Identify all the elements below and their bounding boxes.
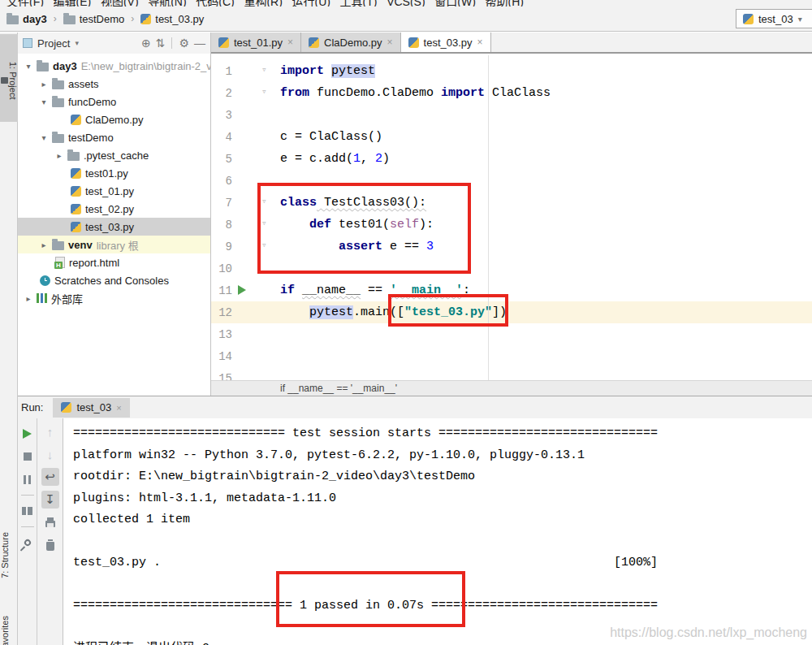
tree-item-venv[interactable]: ▸venvlibrary 根 bbox=[18, 236, 210, 253]
code-line-14[interactable]: 14 bbox=[211, 345, 812, 367]
code-line-7[interactable]: 7▿class TestClass03(): bbox=[211, 192, 812, 214]
tree-chevron-icon[interactable]: ▾ bbox=[40, 133, 48, 142]
code-line-9[interactable]: 9▿ assert e == 3 bbox=[211, 236, 812, 258]
close-icon[interactable]: × bbox=[287, 37, 293, 48]
code-line-6[interactable]: 6 bbox=[211, 170, 812, 192]
tree-item-test_02.py[interactable]: test_02.py bbox=[18, 200, 210, 218]
gutter: 10 bbox=[211, 258, 277, 279]
tree-item-label: ClaDemo.py bbox=[85, 114, 144, 126]
tool-window-button-structure[interactable]: 7: Structure bbox=[0, 532, 18, 578]
tree-item--[interactable]: ▸外部库 bbox=[18, 289, 210, 307]
code-line-4[interactable]: 4c = ClaClass() bbox=[211, 126, 812, 148]
tree-item-test_01.py[interactable]: test_01.py bbox=[18, 182, 210, 200]
gutter-separator bbox=[488, 55, 489, 380]
fold-marker-icon[interactable]: ▿ bbox=[261, 196, 267, 206]
close-icon[interactable]: × bbox=[477, 37, 483, 48]
code-line-13[interactable]: 13 bbox=[211, 323, 812, 345]
gutter: 3 bbox=[211, 104, 277, 126]
line-number: 15 bbox=[211, 372, 232, 381]
menu-items: 文件(F) 编辑(E) 视图(V) 导航(N) 代码(C) 重构(R) 运行(U… bbox=[0, 0, 812, 6]
tree-item-test_03.py[interactable]: test_03.py bbox=[18, 218, 210, 236]
fold-marker-icon[interactable]: ▿ bbox=[261, 86, 267, 97]
tree-item-assets[interactable]: ▸assets bbox=[18, 75, 210, 93]
py-icon bbox=[71, 186, 81, 197]
tree-item-Scratches-and-Consoles[interactable]: Scratches and Consoles bbox=[18, 271, 210, 289]
tree-item-label: test_02.py bbox=[85, 203, 134, 215]
structure-stripe-label: 7: Structure bbox=[0, 532, 10, 578]
editor-tab-test_01.py[interactable]: test_01.py× bbox=[211, 32, 301, 52]
tree-item-label: 外部库 bbox=[51, 291, 83, 306]
code-editor[interactable]: 1▿import pytest2▿from funcDemo.ClaDemo i… bbox=[211, 55, 812, 380]
hide-panel-button[interactable]: — bbox=[194, 37, 205, 50]
tree-item-funcDemo[interactable]: ▾funcDemo bbox=[18, 93, 210, 110]
tool-window-button-project[interactable]: 1: Project bbox=[0, 34, 18, 122]
print-button[interactable] bbox=[41, 513, 59, 531]
code-text: pytest.main(["test_03.py"]) bbox=[277, 305, 507, 319]
tree-chevron-icon[interactable]: ▸ bbox=[40, 240, 48, 249]
console-line: test_03.py . [100%] bbox=[73, 552, 812, 574]
pause-button[interactable] bbox=[19, 470, 37, 488]
tree-item-.pytest_cache[interactable]: ▸.pytest_cache bbox=[18, 146, 210, 164]
restore-layout-button[interactable] bbox=[19, 502, 37, 520]
tree-item-ClaDemo.py[interactable]: ClaDemo.py bbox=[18, 110, 210, 128]
gutter: 4 bbox=[211, 126, 277, 148]
tree-chevron-icon[interactable]: ▸ bbox=[40, 80, 48, 89]
collapse-all-button[interactable]: ⇅ bbox=[156, 37, 166, 50]
breadcrumb-item[interactable]: day3 bbox=[23, 13, 47, 25]
clear-console-button[interactable] bbox=[41, 536, 59, 554]
tree-item-report.html[interactable]: report.html bbox=[18, 253, 210, 271]
line-number: 13 bbox=[211, 328, 232, 341]
breadcrumb-separator: › bbox=[54, 13, 57, 24]
scratch-icon bbox=[40, 275, 50, 286]
rerun-button[interactable] bbox=[19, 425, 37, 443]
code-line-2[interactable]: 2▿from funcDemo.ClaDemo import ClaClass bbox=[211, 82, 812, 104]
project-panel-title[interactable]: Project bbox=[37, 37, 70, 50]
fold-marker-icon[interactable]: ▿ bbox=[261, 240, 267, 250]
run-tab[interactable]: test_03 × bbox=[53, 398, 129, 418]
soft-wrap-button[interactable]: ↩ bbox=[41, 468, 59, 486]
tool-window-button-favorites[interactable]: Favorites bbox=[0, 616, 18, 645]
gear-icon[interactable]: ⚙ bbox=[179, 37, 189, 50]
code-line-12[interactable]: 12 pytest.main(["test_03.py"]) bbox=[211, 301, 812, 323]
tree-chevron-icon[interactable]: ▸ bbox=[24, 294, 32, 303]
menu-bar[interactable]: 文件(F) 编辑(E) 视图(V) 导航(N) 代码(C) 重构(R) 运行(U… bbox=[0, 0, 812, 6]
code-line-10[interactable]: 10 bbox=[211, 258, 812, 279]
chevron-down-icon[interactable]: ▾ bbox=[75, 39, 79, 47]
divider bbox=[21, 526, 34, 527]
close-icon[interactable]: × bbox=[387, 37, 393, 48]
up-stack-trace-button[interactable]: ↑ bbox=[41, 422, 59, 440]
breadcrumb-item[interactable]: testDemo bbox=[80, 13, 125, 25]
code-line-1[interactable]: 1▿import pytest bbox=[211, 60, 812, 82]
editor-tab-test_03.py[interactable]: test_03.py× bbox=[401, 32, 491, 52]
locate-file-button[interactable]: ⊕ bbox=[141, 37, 151, 50]
close-icon[interactable]: × bbox=[116, 403, 121, 413]
breadcrumb-item[interactable]: test_03.py bbox=[155, 13, 204, 25]
tree-item-label: report.html bbox=[69, 257, 119, 269]
code-line-11[interactable]: 11if __name__ == '__main__': bbox=[211, 279, 812, 301]
pin-tab-button[interactable] bbox=[19, 534, 37, 552]
line-number: 11 bbox=[211, 284, 232, 297]
tree-chevron-icon[interactable]: ▾ bbox=[24, 62, 32, 71]
down-stack-trace-button[interactable]: ↓ bbox=[41, 445, 59, 463]
code-line-3[interactable]: 3 bbox=[211, 104, 812, 126]
code-line-8[interactable]: 8▿ def test01(self): bbox=[211, 214, 812, 236]
folder-icon bbox=[1, 77, 8, 84]
tree-item-test01.py[interactable]: test01.py bbox=[18, 164, 210, 182]
run-line-icon[interactable] bbox=[238, 285, 246, 295]
run-console[interactable]: ============================= test sessi… bbox=[63, 418, 812, 645]
code-line-5[interactable]: 5e = c.add(1, 2) bbox=[211, 148, 812, 170]
scroll-to-end-button[interactable]: ↧ bbox=[41, 491, 59, 509]
stop-button[interactable] bbox=[19, 448, 37, 465]
editor-tab-ClaDemo.py[interactable]: ClaDemo.py× bbox=[301, 32, 401, 52]
fold-marker-icon[interactable]: ▿ bbox=[261, 64, 267, 75]
run-configuration-select[interactable]: test_03 ▾ bbox=[736, 9, 812, 28]
tree-item-day3[interactable]: ▾day3E:\new_bigtrain\bigtrain-2_vide bbox=[18, 57, 210, 75]
tab-label: test_03.py bbox=[424, 37, 473, 49]
line-number: 4 bbox=[211, 131, 232, 144]
tree-chevron-icon[interactable]: ▸ bbox=[55, 151, 63, 160]
fold-marker-icon[interactable]: ▿ bbox=[261, 218, 267, 228]
code-line-15[interactable]: 15 bbox=[211, 367, 812, 380]
tree-item-label: test_03.py bbox=[85, 221, 134, 233]
tree-chevron-icon[interactable]: ▾ bbox=[40, 97, 48, 106]
tree-item-testDemo[interactable]: ▾testDemo bbox=[18, 128, 210, 146]
